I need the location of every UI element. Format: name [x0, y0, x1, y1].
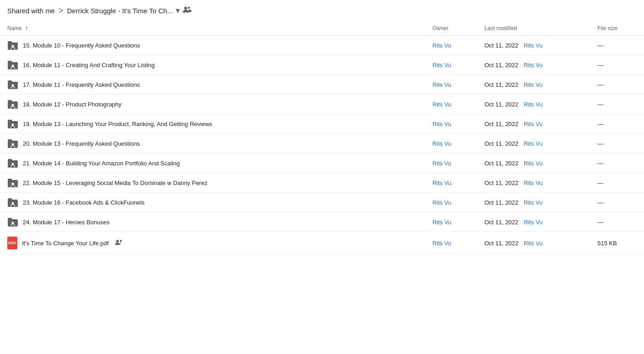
table-row[interactable]: 18. Module 12 - Product Photography Rits… [0, 95, 644, 114]
folder-shared-icon [7, 178, 18, 188]
modified-user-link[interactable]: Rits Vu [524, 160, 542, 167]
owner-link[interactable]: Rits Vu [432, 81, 451, 88]
owner-cell[interactable]: Rits Vu [425, 212, 477, 232]
filesize-cell: — [590, 193, 644, 212]
svg-point-9 [12, 183, 14, 185]
svg-point-6 [12, 124, 14, 126]
table-row[interactable]: 21. Module 14 - Building Your Amazon Por… [0, 153, 644, 173]
svg-point-8 [12, 163, 14, 165]
breadcrumb-separator: > [58, 6, 63, 16]
owner-link[interactable]: Rits Vu [432, 140, 451, 147]
modified-user-link[interactable]: Rits Vu [524, 62, 542, 69]
svg-point-4 [12, 85, 14, 87]
name-cell: 15. Module 10 - Frequently Asked Questio… [0, 36, 425, 55]
table-row[interactable]: 15. Module 10 - Frequently Asked Questio… [0, 36, 644, 55]
owner-link[interactable]: Rits Vu [432, 199, 451, 206]
modified-date: Oct 11, 2022 [484, 180, 518, 186]
owner-cell[interactable]: Rits Vu [425, 75, 477, 95]
name-cell: 21. Module 14 - Building Your Amazon Por… [0, 153, 425, 173]
owner-link[interactable]: Rits Vu [432, 62, 451, 69]
modified-cell: Oct 11, 2022 Rits Vu [477, 153, 590, 173]
owner-cell[interactable]: Rits Vu [425, 134, 477, 153]
owner-link[interactable]: Rits Vu [432, 180, 451, 186]
folder-shared-icon [7, 138, 18, 148]
folder-shared-icon [7, 60, 18, 70]
modified-user-link[interactable]: Rits Vu [524, 140, 542, 147]
owner-link[interactable]: Rits Vu [432, 219, 451, 226]
modified-date: Oct 11, 2022 [484, 199, 518, 206]
name-cell: 22. Module 15 - Leveraging Social Media … [0, 173, 425, 193]
table-row[interactable]: 20. Module 13 - Frequently Asked Questio… [0, 134, 644, 153]
filesize-cell: — [590, 95, 644, 114]
sort-arrow-icon: ↑ [25, 25, 28, 32]
modified-cell: Oct 11, 2022 Rits Vu [477, 114, 590, 134]
owner-cell[interactable]: Rits Vu [425, 153, 477, 173]
file-name: 21. Module 14 - Building Your Amazon Por… [23, 160, 180, 167]
file-name: 16. Module 11 - Creating And Crafting Yo… [23, 62, 155, 69]
filesize-cell: — [590, 212, 644, 232]
name-cell: PDF It's Time To Change Your Life.pdf [0, 232, 425, 254]
modified-user-link[interactable]: Rits Vu [524, 180, 542, 186]
file-name: 23. Module 16 - Facebook Ads & ClickFunn… [23, 199, 145, 206]
breadcrumb: Shared with me > Derrick Struggle - It's… [0, 0, 644, 21]
shared-with-me-link[interactable]: Shared with me [7, 7, 55, 15]
table-row[interactable]: 23. Module 16 - Facebook Ads & ClickFunn… [0, 193, 644, 212]
modified-date: Oct 11, 2022 [484, 121, 518, 127]
modified-cell: Oct 11, 2022 Rits Vu [477, 193, 590, 212]
modified-user-link[interactable]: Rits Vu [524, 219, 542, 226]
modified-date: Oct 11, 2022 [484, 160, 518, 167]
owner-link[interactable]: Rits Vu [432, 42, 451, 49]
name-cell: 23. Module 16 - Facebook Ads & ClickFunn… [0, 193, 425, 212]
shared-folder-icon[interactable] [183, 6, 192, 16]
svg-point-10 [12, 202, 14, 205]
name-cell: 19. Module 13 - Launching Your Product, … [0, 114, 425, 134]
owner-cell[interactable]: Rits Vu [425, 95, 477, 114]
file-name: 22. Module 15 - Leveraging Social Media … [23, 180, 207, 186]
folder-shared-icon [7, 197, 18, 207]
modified-user-link[interactable]: Rits Vu [524, 240, 542, 247]
folder-shared-icon [7, 40, 18, 50]
owner-cell[interactable]: Rits Vu [425, 193, 477, 212]
table-row[interactable]: 24. Module 17 - Heroes Bonuses Rits VuOc… [0, 212, 644, 232]
svg-point-11 [12, 222, 14, 224]
folder-dropdown-icon[interactable]: ▾ [176, 5, 180, 16]
modified-cell: Oct 11, 2022 Rits Vu [477, 55, 590, 75]
owner-cell[interactable]: Rits Vu [425, 55, 477, 75]
owner-link[interactable]: Rits Vu [432, 101, 451, 108]
owner-link[interactable]: Rits Vu [432, 121, 451, 127]
file-name: 18. Module 12 - Product Photography [23, 101, 121, 108]
file-name: 15. Module 10 - Frequently Asked Questio… [23, 42, 140, 49]
owner-link[interactable]: Rits Vu [432, 160, 451, 167]
modified-user-link[interactable]: Rits Vu [524, 101, 542, 108]
table-row[interactable]: 17. Module 11 - Frequently Asked Questio… [0, 75, 644, 95]
table-row[interactable]: 22. Module 15 - Leveraging Social Media … [0, 173, 644, 193]
modified-cell: Oct 11, 2022 Rits Vu [477, 36, 590, 55]
modified-user-link[interactable]: Rits Vu [524, 199, 542, 206]
owner-link[interactable]: Rits Vu [432, 240, 451, 247]
modified-date: Oct 11, 2022 [484, 62, 518, 69]
svg-point-3 [12, 65, 14, 67]
table-row[interactable]: 19. Module 13 - Launching Your Product, … [0, 114, 644, 134]
modified-user-link[interactable]: Rits Vu [524, 121, 542, 127]
owner-cell[interactable]: Rits Vu [425, 173, 477, 193]
name-cell: 18. Module 12 - Product Photography [0, 95, 425, 114]
table-row[interactable]: PDF It's Time To Change Your Life.pdf Ri… [0, 232, 644, 254]
modified-cell: Oct 11, 2022 Rits Vu [477, 212, 590, 232]
modified-date: Oct 11, 2022 [484, 81, 518, 88]
owner-cell[interactable]: Rits Vu [425, 36, 477, 55]
owner-cell[interactable]: Rits Vu [425, 232, 477, 254]
name-cell: 24. Module 17 - Heroes Bonuses [0, 212, 425, 232]
column-header-name[interactable]: Name ↑ [0, 21, 425, 36]
owner-cell[interactable]: Rits Vu [425, 114, 477, 134]
modified-user-link[interactable]: Rits Vu [524, 42, 542, 49]
file-shared-badge [115, 239, 123, 247]
modified-cell: Oct 11, 2022 Rits Vu [477, 75, 590, 95]
modified-user-link[interactable]: Rits Vu [524, 81, 542, 88]
folder-shared-icon [7, 217, 18, 227]
current-folder-label: Derrick Struggle - It's Time To Ch... ▾ [67, 5, 180, 16]
name-cell: 16. Module 11 - Creating And Crafting Yo… [0, 55, 425, 75]
table-row[interactable]: 16. Module 11 - Creating And Crafting Yo… [0, 55, 644, 75]
name-cell: 17. Module 11 - Frequently Asked Questio… [0, 75, 425, 95]
column-header-owner: Owner [425, 21, 477, 36]
file-name: 24. Module 17 - Heroes Bonuses [23, 219, 110, 226]
